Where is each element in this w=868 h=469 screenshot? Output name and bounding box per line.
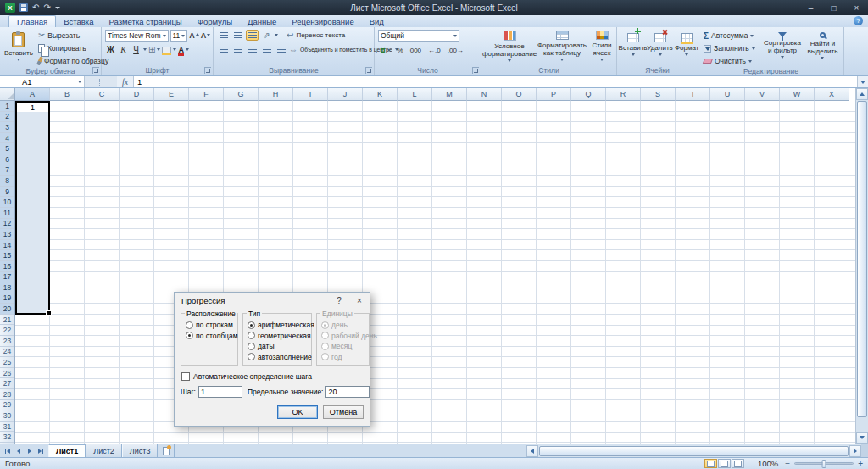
comma-style-button[interactable]: 000	[408, 44, 424, 56]
undo-icon[interactable]: ↶	[32, 3, 39, 12]
page-layout-view-button[interactable]	[718, 459, 731, 468]
selection-range[interactable]: 1	[15, 101, 50, 315]
horizontal-scrollbar-thumb[interactable]	[539, 446, 849, 456]
delete-cells-button[interactable]: Удалить	[648, 30, 672, 56]
underline-button[interactable]: Ч	[131, 44, 142, 55]
row-header[interactable]: 13	[0, 229, 14, 240]
bold-button[interactable]: Ж	[105, 44, 116, 55]
sort-filter-button[interactable]: Сортировка и фильтр	[763, 30, 802, 59]
grow-font-button[interactable]: А	[189, 31, 199, 40]
align-center-button[interactable]	[231, 44, 244, 55]
auto-step-checkbox[interactable]	[181, 372, 190, 381]
expand-formula-bar-button[interactable]	[857, 76, 868, 87]
column-header[interactable]: R	[606, 88, 641, 101]
help-icon[interactable]: ?	[854, 16, 863, 25]
zoom-slider-thumb[interactable]	[822, 460, 826, 468]
dialog-help-button[interactable]: ?	[329, 293, 349, 308]
radio-option[interactable]: геометрическая	[248, 331, 309, 342]
close-button[interactable]: ×	[845, 0, 868, 15]
paste-dropdown-icon[interactable]	[17, 59, 20, 61]
font-color-dropdown-icon[interactable]	[186, 48, 189, 51]
orientation-button[interactable]: ⇗	[260, 30, 273, 41]
align-right-button[interactable]	[246, 44, 259, 55]
format-painter-button[interactable]: Формат по образцу	[36, 55, 110, 67]
row-header[interactable]: 12	[0, 219, 14, 230]
radio-option[interactable]: месяц	[321, 341, 366, 352]
autosum-dropdown-icon[interactable]	[750, 35, 754, 37]
formula-input[interactable]: 1	[134, 76, 857, 87]
name-box[interactable]: A1	[0, 76, 85, 87]
row-header[interactable]: 30	[0, 410, 14, 422]
ribbon-tab[interactable]: Данные	[240, 15, 284, 27]
insert-worksheet-button[interactable]	[158, 444, 175, 457]
row-header[interactable]: 18	[0, 282, 14, 293]
tab-split-handle[interactable]	[861, 444, 868, 457]
scroll-right-button[interactable]	[849, 445, 861, 457]
font-name-dropdown-icon[interactable]	[163, 35, 166, 37]
wrap-text-button[interactable]: ↩Перенос текста	[287, 31, 345, 40]
format-as-table-dropdown-icon[interactable]	[560, 59, 564, 61]
font-dialog-launcher[interactable]	[204, 67, 211, 74]
percent-style-button[interactable]: %	[395, 44, 406, 56]
number-format-dropdown-icon[interactable]	[453, 35, 457, 37]
copy-button[interactable]: Копировать	[36, 42, 110, 54]
name-box-dropdown-icon[interactable]	[78, 81, 81, 83]
column-header[interactable]: L	[398, 88, 432, 101]
font-color-icon[interactable]: А	[178, 46, 184, 54]
ribbon-tab[interactable]: Разметка страницы	[101, 15, 189, 27]
radio-option[interactable]: автозаполнение	[248, 352, 309, 363]
row-header[interactable]: 29	[0, 400, 14, 411]
fill-color-dropdown-icon[interactable]	[173, 48, 176, 51]
font-size-combo[interactable]: 11	[170, 30, 188, 42]
fill-color-icon[interactable]	[162, 47, 171, 53]
accounting-dropdown-icon[interactable]	[387, 49, 391, 52]
column-header[interactable]: A	[15, 88, 50, 101]
row-header[interactable]: 14	[0, 240, 14, 251]
fill-button[interactable]: Заполнить	[702, 42, 760, 54]
excel-logo-icon[interactable]	[5, 3, 15, 13]
number-dialog-launcher[interactable]	[472, 67, 479, 74]
dialog-close-button[interactable]: ×	[349, 293, 370, 308]
vertical-scrollbar[interactable]	[855, 88, 868, 444]
borders-icon[interactable]: ⊞	[148, 46, 155, 54]
row-header[interactable]: 16	[0, 261, 14, 272]
zoom-level[interactable]: 100%	[753, 459, 778, 468]
column-header[interactable]: B	[50, 88, 85, 101]
vertical-scrollbar-track[interactable]	[856, 418, 868, 432]
conditional-dropdown-icon[interactable]	[508, 59, 511, 62]
align-top-button[interactable]	[217, 30, 230, 41]
row-header[interactable]: 9	[0, 187, 14, 198]
sort-filter-dropdown-icon[interactable]	[781, 56, 784, 59]
column-header[interactable]: W	[780, 88, 815, 101]
conditional-formatting-button[interactable]: Условное форматирование	[485, 30, 534, 63]
row-header[interactable]: 24	[0, 347, 14, 358]
column-header[interactable]: S	[641, 88, 676, 101]
radio-option[interactable]: даты	[248, 341, 309, 352]
cell-styles-button[interactable]: Стили ячеек	[590, 30, 614, 62]
underline-dropdown-icon[interactable]	[143, 48, 147, 51]
find-select-button[interactable]: Найти и выделить	[804, 30, 841, 60]
formula-bar-splitter[interactable]	[85, 76, 117, 87]
column-header[interactable]: O	[502, 88, 537, 101]
sheet-tab[interactable]: Лист3	[122, 444, 159, 457]
previous-sheet-button[interactable]	[14, 446, 24, 456]
column-header[interactable]: K	[363, 88, 398, 101]
spreadsheet-grid[interactable]: 1	[15, 101, 855, 444]
ribbon-tab[interactable]: Вставка	[56, 15, 101, 27]
radio-option[interactable]: арифметическая	[248, 320, 309, 331]
cancel-button[interactable]: Отмена	[323, 405, 364, 419]
ribbon-tab[interactable]: Вид	[362, 15, 392, 27]
qat-dropdown-icon[interactable]	[55, 7, 60, 9]
row-header[interactable]: 28	[0, 389, 14, 400]
delete-cells-dropdown-icon[interactable]	[659, 53, 662, 56]
insert-cells-dropdown-icon[interactable]	[632, 53, 635, 56]
next-sheet-button[interactable]	[25, 446, 35, 456]
redo-icon[interactable]: ↷	[43, 3, 50, 12]
column-header[interactable]: H	[259, 88, 293, 101]
save-icon[interactable]	[19, 3, 28, 12]
column-header[interactable]: M	[432, 88, 467, 101]
column-header[interactable]: P	[537, 88, 571, 101]
shrink-font-button[interactable]: А	[201, 31, 211, 40]
row-header[interactable]: 25	[0, 357, 14, 368]
row-header[interactable]: 10	[0, 197, 14, 208]
